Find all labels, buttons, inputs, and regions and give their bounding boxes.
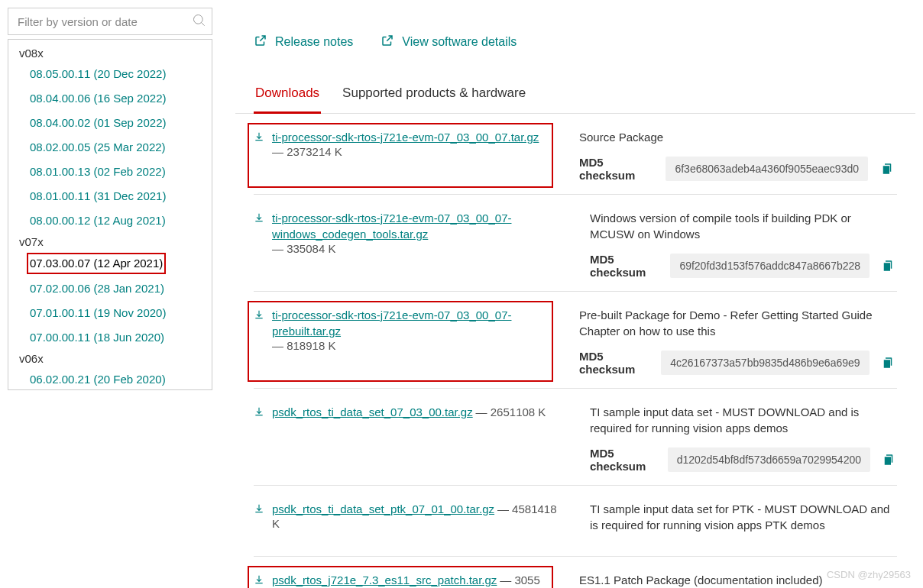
md5-value: d1202d54bf8df573d6659a7029954200 — [668, 447, 870, 472]
download-filename[interactable]: ti-processor-sdk-rtos-j721e-evm-07_03_00… — [272, 210, 559, 242]
md5-row: MD5 checksum69f20fd3d153f576addc847a8667… — [590, 253, 897, 279]
download-row: psdk_rtos_ti_data_set_07_03_00.tar.gz — … — [254, 389, 897, 486]
tab-supported-products[interactable]: Supported products & hardware — [341, 78, 527, 113]
tab-downloads[interactable]: Downloads — [254, 78, 321, 114]
release-notes-label: Release notes — [275, 35, 353, 49]
md5-value: 4c26167373a57bb9835d486b9e6a69e9 — [661, 351, 869, 375]
download-right: TI sample input data set for PTK - MUST … — [590, 501, 897, 544]
release-notes-link[interactable]: Release notes — [254, 34, 353, 50]
download-size: — 2651108 K — [476, 405, 546, 418]
download-description: TI sample input data set for PTK - MUST … — [590, 501, 897, 533]
version-group[interactable]: v08x — [8, 44, 212, 62]
external-link-icon — [381, 34, 394, 50]
md5-value: 69f20fd3d153f576addc847a8667b228 — [670, 254, 870, 278]
version-item-selected[interactable]: 07.03.00.07 (12 Apr 2021) — [27, 253, 166, 274]
version-item[interactable]: 08.01.00.13 (02 Feb 2022) — [8, 160, 212, 184]
md5-label: MD5 checksum — [590, 253, 661, 279]
main-panel: Release notes View software details Down… — [235, 8, 915, 588]
download-row: ti-processor-sdk-rtos-j721e-evm-07_03_00… — [254, 114, 897, 195]
download-row: ti-processor-sdk-rtos-j721e-evm-07_03_00… — [254, 292, 897, 389]
download-left: ti-processor-sdk-rtos-j721e-evm-07_03_00… — [248, 301, 553, 382]
version-item[interactable]: 08.00.00.12 (12 Aug 2021) — [8, 208, 212, 233]
version-sidebar: v08x08.05.00.11 (20 Dec 2022)08.04.00.06… — [8, 8, 212, 588]
download-right: Source PackageMD5 checksum6f3e68063adeb4… — [579, 129, 897, 182]
md5-label: MD5 checksum — [579, 350, 652, 376]
download-description: Windows version of compile tools if buil… — [590, 210, 897, 242]
download-description: TI sample input data set - MUST DOWNLOAD… — [590, 404, 897, 436]
md5-row: MD5 checksumd1202d54bf8df573d6659a702995… — [590, 447, 897, 473]
download-row: psdk_rtos_j721e_7.3_es11_src_patch.tar.g… — [254, 557, 897, 588]
version-item[interactable]: 06.02.00.21 (20 Feb 2020) — [8, 367, 212, 390]
download-description: Source Package — [579, 129, 897, 145]
download-icon — [254, 572, 264, 587]
tabs: Downloads Supported products & hardware — [235, 78, 915, 114]
external-link-icon — [254, 34, 267, 50]
download-row: psdk_rtos_ti_data_set_ptk_07_01_00.tar.g… — [254, 486, 897, 557]
download-left: psdk_rtos_j721e_7.3_es11_src_patch.tar.g… — [248, 566, 553, 588]
download-description: Pre-built Package for Demo - Refer Getti… — [579, 307, 897, 339]
download-icon — [254, 129, 264, 144]
download-left: ti-processor-sdk-rtos-j721e-evm-07_03_00… — [248, 123, 553, 188]
download-filename[interactable]: psdk_rtos_j721e_7.3_es11_src_patch.tar.g… — [272, 573, 497, 586]
download-left: psdk_rtos_ti_data_set_07_03_00.tar.gz — … — [254, 404, 559, 473]
download-icon — [254, 404, 264, 419]
copy-icon[interactable] — [877, 158, 897, 179]
version-item[interactable]: 07.01.00.11 (19 Nov 2020) — [8, 301, 212, 325]
svg-line-1 — [202, 22, 205, 25]
version-item[interactable]: 08.01.00.11 (31 Dec 2021) — [8, 184, 212, 208]
version-item[interactable]: 08.04.00.06 (16 Sep 2022) — [8, 86, 212, 111]
version-list[interactable]: v08x08.05.00.11 (20 Dec 2022)08.04.00.06… — [8, 39, 212, 390]
md5-label: MD5 checksum — [579, 156, 656, 182]
download-left: ti-processor-sdk-rtos-j721e-evm-07_03_00… — [254, 210, 559, 279]
download-right: TI sample input data set - MUST DOWNLOAD… — [590, 404, 897, 473]
download-icon — [254, 501, 264, 516]
version-item[interactable]: 08.04.00.02 (01 Sep 2022) — [8, 111, 212, 135]
md5-label: MD5 checksum — [590, 447, 659, 473]
top-links: Release notes View software details — [235, 15, 915, 78]
md5-row: MD5 checksum4c26167373a57bb9835d486b9e6a… — [579, 350, 897, 376]
download-filename[interactable]: psdk_rtos_ti_data_set_07_03_00.tar.gz — [272, 405, 473, 418]
md5-row: MD5 checksum6f3e68063adeb4a4360f9055eaec… — [579, 156, 897, 182]
svg-point-0 — [194, 15, 203, 24]
download-right: Pre-built Package for Demo - Refer Getti… — [579, 307, 897, 376]
download-row: ti-processor-sdk-rtos-j721e-evm-07_03_00… — [254, 195, 897, 292]
copy-icon[interactable] — [879, 449, 897, 470]
download-size: — 335084 K — [254, 242, 559, 255]
view-software-details-link[interactable]: View software details — [381, 34, 517, 50]
version-item[interactable]: 08.02.00.05 (25 Mar 2022) — [8, 135, 212, 160]
version-group[interactable]: v06x — [8, 350, 212, 367]
version-item[interactable]: 07.02.00.06 (28 Jan 2021) — [8, 276, 212, 301]
version-search-input[interactable] — [16, 15, 192, 29]
version-item[interactable]: 07.00.00.11 (18 Jun 2020) — [8, 325, 212, 350]
download-icon — [254, 307, 264, 322]
download-left: psdk_rtos_ti_data_set_ptk_07_01_00.tar.g… — [254, 501, 559, 544]
download-icon — [254, 210, 264, 225]
watermark: CSDN @zhy29563 — [827, 569, 911, 580]
search-icon[interactable] — [192, 13, 207, 31]
download-size: — 818918 K — [254, 339, 549, 352]
copy-icon[interactable] — [879, 255, 897, 276]
view-software-details-label: View software details — [402, 35, 517, 49]
version-group[interactable]: v07x — [8, 233, 212, 250]
version-search-box — [8, 8, 212, 35]
download-right: Windows version of compile tools if buil… — [590, 210, 897, 279]
downloads-list: ti-processor-sdk-rtos-j721e-evm-07_03_00… — [235, 114, 915, 588]
download-filename[interactable]: psdk_rtos_ti_data_set_ptk_07_01_00.tar.g… — [272, 502, 494, 515]
download-size: — 2373214 K — [254, 145, 549, 158]
md5-value: 6f3e68063adeb4a4360f9055eaec93d0 — [666, 157, 868, 181]
version-item[interactable]: 08.05.00.11 (20 Dec 2022) — [8, 62, 212, 86]
download-filename[interactable]: ti-processor-sdk-rtos-j721e-evm-07_03_00… — [272, 129, 539, 145]
copy-icon[interactable] — [879, 352, 897, 373]
download-filename[interactable]: ti-processor-sdk-rtos-j721e-evm-07_03_00… — [272, 307, 549, 339]
